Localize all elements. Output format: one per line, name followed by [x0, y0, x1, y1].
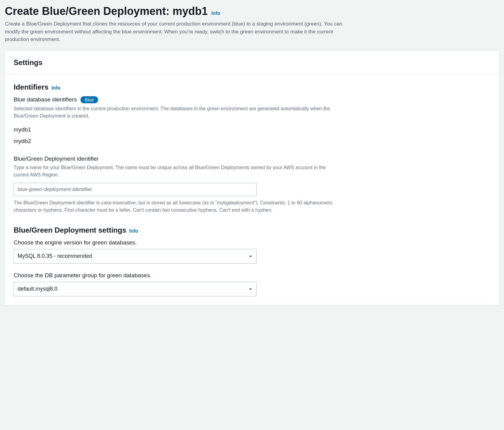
- bg-identifier-hint: Type a name for your Blue/Green Deployme…: [14, 164, 342, 179]
- blue-db-hint: Selected database identifiers in the cur…: [14, 105, 342, 120]
- identifiers-section: Identifiers Info Blue database identifie…: [14, 83, 490, 214]
- engine-version-value: MySQL 8.0.35 - recommended: [18, 253, 92, 259]
- identifiers-title: Identifiers: [14, 83, 49, 91]
- engine-version-select[interactable]: MySQL 8.0.35 - recommended: [14, 249, 257, 264]
- engine-version-select-wrap: MySQL 8.0.35 - recommended: [14, 249, 257, 264]
- engine-version-group: Choose the engine version for green data…: [14, 239, 490, 264]
- panel-header: Settings: [5, 51, 499, 74]
- page-title: Create Blue/Green Deployment: mydb1: [5, 5, 208, 18]
- settings-panel: Settings Identifiers Info Blue database …: [5, 51, 499, 305]
- page-header: Create Blue/Green Deployment: mydb1 Info…: [5, 5, 499, 43]
- bg-settings-title-row: Blue/Green Deployment settings Info: [14, 226, 490, 234]
- bg-settings-info-link[interactable]: Info: [129, 228, 138, 234]
- blue-db-identifiers-group: Blue database identifiers Blue Selected …: [14, 96, 490, 147]
- param-group-value: default.mysql8.0: [18, 286, 57, 292]
- param-group-label: Choose the DB parameter group for green …: [14, 272, 490, 279]
- blue-db-label: Blue database identifiers: [14, 96, 77, 103]
- list-item: mydb1: [14, 124, 490, 135]
- identifiers-info-link[interactable]: Info: [52, 85, 60, 91]
- list-item: mydb2: [14, 135, 490, 147]
- identifiers-title-row: Identifiers Info: [14, 83, 490, 91]
- bg-identifier-constraint: The Blue/Green Deployment identifier is …: [14, 199, 342, 214]
- bg-settings-section: Blue/Green Deployment settings Info Choo…: [14, 226, 490, 296]
- blue-db-label-row: Blue database identifiers Blue: [14, 96, 490, 103]
- page-description: Create a Blue/Green Deployment that clon…: [5, 20, 345, 43]
- page-title-row: Create Blue/Green Deployment: mydb1 Info: [5, 5, 499, 18]
- param-group-select-wrap: default.mysql8.0: [14, 282, 257, 296]
- bg-identifier-input[interactable]: [14, 183, 257, 196]
- blue-badge: Blue: [80, 96, 98, 103]
- engine-version-label: Choose the engine version for green data…: [14, 239, 490, 246]
- bg-settings-title: Blue/Green Deployment settings: [14, 226, 126, 234]
- panel-title: Settings: [14, 58, 490, 67]
- panel-body: Identifiers Info Blue database identifie…: [5, 74, 499, 305]
- bg-identifier-group: Blue/Green Deployment identifier Type a …: [14, 155, 490, 214]
- bg-identifier-label-row: Blue/Green Deployment identifier: [14, 155, 490, 162]
- blue-db-list: mydb1 mydb2: [14, 124, 490, 147]
- bg-identifier-label: Blue/Green Deployment identifier: [14, 155, 99, 162]
- param-group-select[interactable]: default.mysql8.0: [14, 282, 257, 296]
- info-link[interactable]: Info: [211, 11, 220, 16]
- param-group-group: Choose the DB parameter group for green …: [14, 272, 490, 296]
